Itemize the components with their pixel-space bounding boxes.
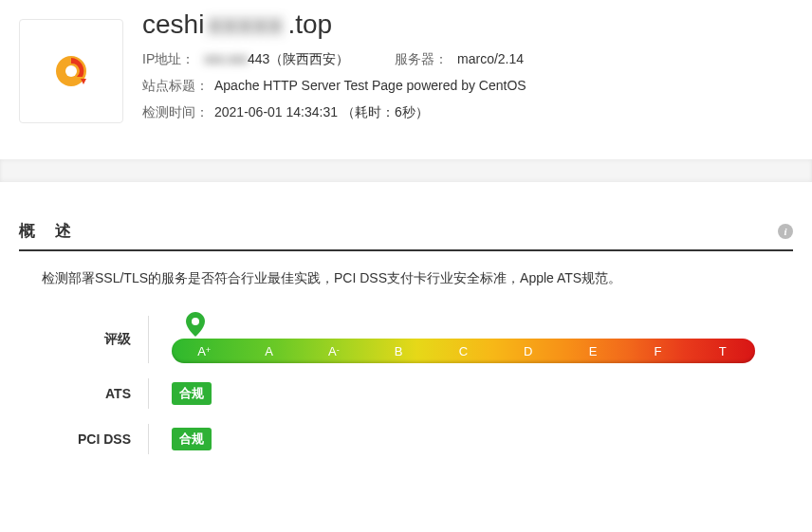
section-divider [0,159,812,182]
grade-cell: A [236,344,301,358]
site-title-label: 站点标题： [142,78,209,93]
grade-cell: A+ [172,344,236,358]
info-icon[interactable]: i [778,224,793,239]
svg-point-2 [192,318,199,325]
rating-area: 评级 A+AA-BCDEFT ATS 合规 PCI DSS 合规 [76,316,755,454]
ats-row: ATS 合规 [76,378,755,409]
overview-header: 概 述 i [19,220,793,251]
grade-pin-icon [186,312,205,337]
grade-label: 评级 [76,331,148,348]
grade-cell: C [431,344,495,358]
grade-cell: E [561,344,625,358]
ip-label: IP地址： [142,51,194,66]
pci-row: PCI DSS 合规 [76,424,755,454]
site-info-column: ceshixxxxx.top IP地址： xxx.xxx443（陕西西安） 服务… [142,9,793,131]
server-label: 服务器： [395,51,448,66]
ats-badge: 合规 [172,382,212,405]
domain-suffix: .top [287,9,332,40]
grade-row: 评级 A+AA-BCDEFT [76,316,755,363]
overview-description: 检测部署SSL/TLS的服务是否符合行业最佳实践，PCI DSS支付卡行业安全标… [42,270,793,287]
ip-obscured: xxx.xxx [204,51,248,66]
header-section: ceshixxxxx.top IP地址： xxx.xxx443（陕西西安） 服务… [0,0,812,159]
server-value: marco/2.14 [457,51,524,66]
grade-cell: B [366,344,431,358]
grade-cell: A- [302,344,366,358]
overview-section: 概 述 i 检测部署SSL/TLS的服务是否符合行业最佳实践，PCI DSS支付… [0,182,812,498]
grade-cell: F [625,344,690,358]
domain-obscured: xxxxx [208,9,284,40]
domain-prefix: ceshi [142,9,204,40]
site-logo-box [19,19,123,123]
detect-time-value: 2021-06-01 14:34:31 （耗时：6秒） [214,104,429,119]
svg-point-1 [65,65,77,77]
pci-label: PCI DSS [76,431,148,447]
site-title-row: 站点标题：Apache HTTP Server Test Page powere… [142,78,793,95]
detect-time-label: 检测时间： [142,104,209,119]
grade-content: A+AA-BCDEFT [148,316,755,363]
ip-port-location: 443（陕西西安） [248,51,349,66]
overview-title: 概 述 [19,220,79,242]
grade-bar: A+AA-BCDEFT [172,339,755,363]
pci-badge: 合规 [172,428,212,450]
domain-title: ceshixxxxx.top [142,9,793,40]
grade-cell: D [496,344,561,358]
detect-time-row: 检测时间：2021-06-01 14:34:31 （耗时：6秒） [142,104,793,121]
ats-label: ATS [76,386,148,401]
grade-bar-wrap: A+AA-BCDEFT [172,316,755,363]
site-favicon-icon [52,52,90,90]
site-title-value: Apache HTTP Server Test Page powered by … [214,78,526,93]
grade-cell: T [691,344,755,358]
pci-content: 合规 [148,424,755,454]
ats-content: 合规 [148,378,755,409]
ip-row: IP地址： xxx.xxx443（陕西西安） 服务器： marco/2.14 [142,51,793,68]
